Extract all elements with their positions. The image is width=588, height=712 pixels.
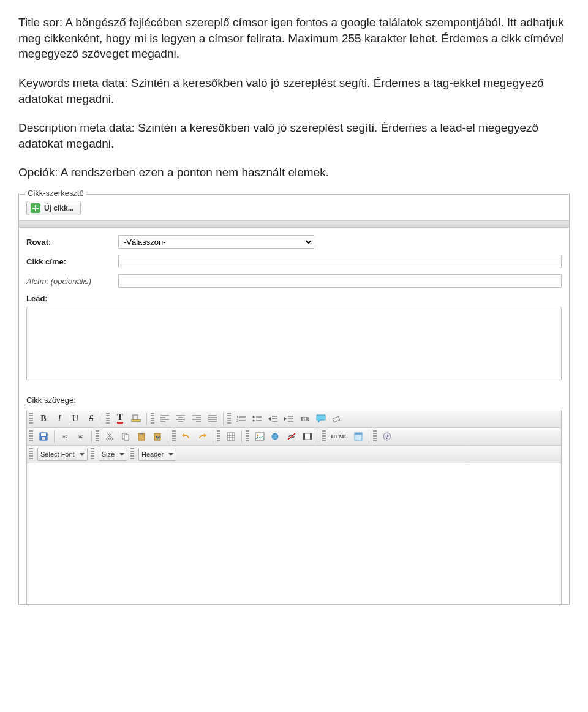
bold-button[interactable]: B xyxy=(36,412,51,425)
paste-button[interactable] xyxy=(134,430,149,443)
separator xyxy=(213,430,213,443)
fullscreen-button[interactable] xyxy=(351,430,366,443)
separator xyxy=(146,413,147,425)
undo-icon xyxy=(181,432,191,441)
html-source-button[interactable]: HTML xyxy=(329,430,350,443)
insert-table-button[interactable] xyxy=(224,430,238,443)
indent-button[interactable] xyxy=(282,412,296,425)
unordered-list-button[interactable] xyxy=(250,412,265,425)
help-button[interactable]: ? xyxy=(380,430,394,443)
svg-text:?: ? xyxy=(386,433,389,440)
copy-button[interactable] xyxy=(118,430,133,443)
underline-button[interactable]: U xyxy=(68,412,83,425)
text-color-glyph: T xyxy=(117,414,123,424)
align-left-button[interactable] xyxy=(157,412,172,425)
title-label: Cikk címe: xyxy=(26,257,118,266)
toolbar-handle xyxy=(246,430,249,443)
image-icon xyxy=(255,432,265,441)
unlink-button[interactable] xyxy=(284,430,299,443)
fullscreen-icon xyxy=(354,432,363,441)
superscript-button[interactable]: ×2 xyxy=(74,430,88,443)
plus-icon xyxy=(31,203,40,213)
separator xyxy=(223,413,224,425)
body-label: Cikk szövege: xyxy=(26,395,562,405)
body-editor-area[interactable] xyxy=(26,463,562,604)
svg-point-22 xyxy=(253,416,255,418)
toolbar-handle xyxy=(373,430,377,443)
insert-link-button[interactable] xyxy=(268,430,283,443)
toolbar-handle xyxy=(96,430,99,443)
clipboard-word-icon: W xyxy=(153,432,162,441)
horizontal-rule-button[interactable]: HR xyxy=(298,412,312,425)
toolbar-row-3: Select Font Size Header xyxy=(27,446,561,463)
align-right-button[interactable] xyxy=(189,412,204,425)
ordered-list-button[interactable]: 12 xyxy=(234,412,249,425)
toolbar-handle xyxy=(217,430,221,443)
remove-format-button[interactable] xyxy=(330,412,344,425)
svg-marker-49 xyxy=(204,433,206,437)
editor-legend: Cikk-szerkesztő xyxy=(25,189,86,198)
svg-rect-60 xyxy=(303,433,305,440)
speech-bubble-icon xyxy=(316,414,326,423)
subtitle-input[interactable] xyxy=(118,274,562,288)
svg-text:W: W xyxy=(156,435,160,441)
paint-bucket-icon xyxy=(131,414,141,423)
save-button[interactable] xyxy=(36,430,51,443)
rovat-select[interactable]: -Válasszon- xyxy=(118,235,314,249)
undo-button[interactable] xyxy=(179,430,194,443)
toolbar-row-2: ×2 ×2 W xyxy=(27,428,561,446)
insert-image-button[interactable] xyxy=(252,430,267,443)
italic-button[interactable]: I xyxy=(52,412,67,425)
strikethrough-button[interactable]: S xyxy=(84,412,99,425)
svg-line-41 xyxy=(107,433,111,438)
text-color-button[interactable]: T xyxy=(113,412,127,425)
align-center-button[interactable] xyxy=(173,412,188,425)
separator xyxy=(318,430,318,443)
lead-textarea[interactable] xyxy=(26,307,562,380)
link-icon xyxy=(271,432,281,441)
align-left-icon xyxy=(160,415,169,422)
lead-label: Lead: xyxy=(26,294,562,303)
svg-rect-50 xyxy=(227,433,235,440)
outdent-button[interactable] xyxy=(266,412,281,425)
redo-button[interactable] xyxy=(195,430,209,443)
title-input[interactable] xyxy=(118,255,562,268)
toolbar-handle xyxy=(29,430,33,443)
svg-marker-26 xyxy=(268,417,271,421)
new-article-button[interactable]: Új cikk... xyxy=(26,201,81,215)
svg-line-40 xyxy=(108,433,112,438)
unordered-list-icon xyxy=(252,415,262,422)
new-article-button-label: Új cikk... xyxy=(44,204,74,212)
eraser-icon xyxy=(332,414,342,423)
doc-paragraph-description: Description meta data: Szintén a keresők… xyxy=(18,120,570,151)
toolbar-handle xyxy=(322,430,326,443)
toolbar-handle xyxy=(91,448,94,460)
cut-button[interactable] xyxy=(102,430,117,443)
separator xyxy=(91,430,92,443)
separator xyxy=(369,430,369,443)
font-size-select[interactable]: Size xyxy=(99,448,127,461)
background-color-button[interactable] xyxy=(129,412,143,425)
blockquote-button[interactable] xyxy=(314,412,328,425)
insert-video-button[interactable] xyxy=(300,430,315,443)
align-justify-button[interactable] xyxy=(205,412,220,425)
toolbar-handle xyxy=(227,413,231,425)
chevron-down-icon xyxy=(80,453,85,456)
paste-from-word-button[interactable]: W xyxy=(150,430,165,443)
subscript-button[interactable]: ×2 xyxy=(58,430,72,443)
copy-icon xyxy=(121,432,130,441)
header-format-label: Header xyxy=(141,451,164,458)
doc-paragraph-keywords: Keywords meta data: Szintén a keresőkben… xyxy=(18,75,570,107)
clipboard-icon xyxy=(137,432,146,441)
doc-paragraph-options: Opciók: A rendszerben ezen a ponton nem … xyxy=(18,165,570,181)
align-justify-icon xyxy=(208,415,217,422)
svg-rect-37 xyxy=(42,437,45,440)
header-format-select[interactable]: Header xyxy=(138,448,176,461)
separator xyxy=(54,430,55,443)
scissors-icon xyxy=(105,432,114,441)
font-size-label: Size xyxy=(102,451,115,458)
chevron-down-icon xyxy=(168,453,173,456)
indent-icon xyxy=(284,415,294,422)
font-family-select[interactable]: Select Font xyxy=(37,448,88,461)
align-center-icon xyxy=(176,415,185,422)
